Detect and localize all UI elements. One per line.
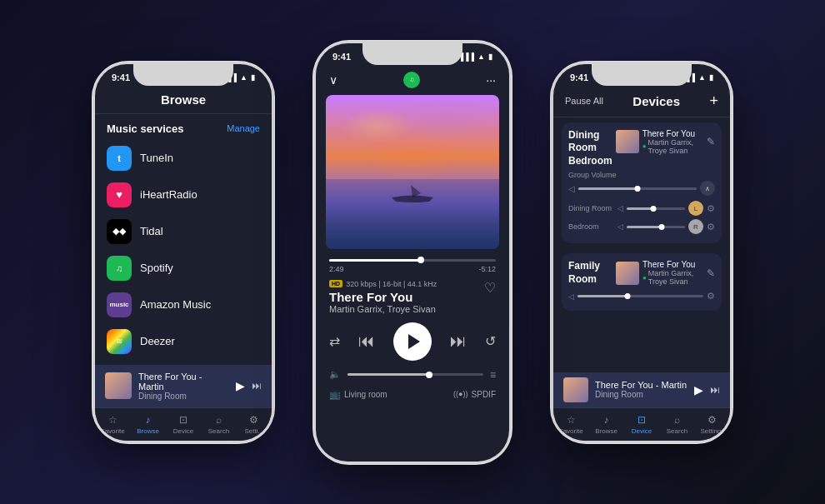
chevron-down-icon[interactable] — [329, 73, 338, 87]
tab-settings-left[interactable]: ⚙ Setti... — [237, 408, 272, 441]
service-item-iheart[interactable]: ♥ iHeartRadio — [95, 177, 272, 213]
center-notch — [362, 43, 462, 65]
family-vol-fill — [578, 295, 628, 297]
favorite-tab-icon-right: ☆ — [567, 414, 576, 426]
footer-spdif: ((●)) SPDIF — [453, 390, 496, 399]
previous-button[interactable]: ⏮ — [358, 332, 375, 351]
spdif-icon: ((●)) — [453, 390, 468, 398]
mini-player-right[interactable]: There For You - Martin Dining Room ▶ ⏭ — [553, 372, 730, 407]
wifi-icon: ▲ — [240, 73, 248, 82]
favorite-tab-icon: ☆ — [108, 414, 118, 426]
left-phone-screen: 9:41 ▐▐▐ ▲ ▮ Browse Music services Man — [95, 64, 272, 441]
dining-room-label: Dining Room — [568, 204, 614, 212]
service-item-tidal[interactable]: ◆◆ Tidal — [95, 213, 272, 250]
tab-browse-right[interactable]: ♪ Browse — [588, 408, 623, 441]
bedroom-vol-slider[interactable] — [627, 226, 685, 228]
service-item-tunein[interactable]: t TuneIn — [95, 140, 272, 177]
volume-dot — [426, 372, 432, 378]
browse-title: Browse — [161, 92, 206, 107]
service-item-spotify[interactable]: ♫ Spotify — [95, 250, 272, 287]
mini-title-left: There For You - Martin — [138, 372, 229, 392]
tab-bar-left: ☆ Favorite ♪ Browse ⊡ Device ⌕ Search — [95, 407, 272, 441]
mini-player-left[interactable]: There For You - Martin Dining Room ▶ ⏭ — [95, 365, 272, 407]
group-volume-slider[interactable] — [578, 187, 697, 190]
devices-title: Devices — [632, 94, 680, 108]
group-vol-low-icon: ◁ — [568, 184, 575, 193]
next-button[interactable]: ⏭ — [450, 332, 467, 351]
volume-slider[interactable] — [348, 373, 483, 376]
family-vol-slider[interactable] — [578, 295, 703, 297]
tab-browse-left[interactable]: ♪ Browse — [130, 408, 165, 441]
group-edit-icon-2[interactable]: ✎ — [707, 267, 715, 279]
service-item-amazon[interactable]: music Amazon Music — [95, 287, 272, 323]
center-phone: 9:41 ▐▐▐ ▲ ▮ ♫ — [312, 40, 512, 465]
wifi-icon-center: ▲ — [478, 52, 485, 61]
mini-next-icon[interactable]: ⏭ — [252, 380, 262, 392]
shuffle-button[interactable]: ⇄ — [329, 333, 340, 349]
device-tab-icon-right: ⊡ — [638, 414, 646, 426]
progress-bar[interactable] — [329, 259, 496, 262]
battery-icon-right: ▮ — [709, 73, 713, 82]
repeat-button[interactable]: ↺ — [485, 333, 496, 349]
expand-button[interactable]: ∧ — [700, 181, 715, 196]
time-current: 2:49 — [329, 265, 344, 273]
group-header-2: Family Room There For You ● Martin Garri… — [568, 260, 715, 286]
more-icon[interactable] — [486, 73, 496, 87]
battery-icon-center: ▮ — [488, 52, 492, 61]
favorite-tab-label: Favorite — [101, 427, 125, 435]
volume-list-icon[interactable]: ≡ — [490, 369, 496, 381]
mini-next-icon-right[interactable]: ⏭ — [710, 384, 720, 396]
add-device-button[interactable]: + — [709, 92, 718, 110]
tab-favorite-right[interactable]: ☆ Favorite — [553, 408, 588, 441]
album-art — [326, 95, 499, 249]
volume-low-icon: 🔈 — [329, 369, 341, 380]
play-button[interactable] — [393, 322, 432, 361]
bedroom-label: Bedroom — [568, 222, 614, 231]
tab-search-left[interactable]: ⌕ Search — [201, 408, 236, 441]
pause-all-button[interactable]: Pause All — [565, 96, 603, 106]
devices-header: Pause All Devices + — [553, 87, 730, 117]
device-tab-label-right: Device — [632, 427, 652, 435]
bitrate-info: 320 kbps | 16-bit | 44.1 kHz — [346, 280, 437, 288]
heart-icon[interactable]: ♡ — [484, 280, 496, 296]
group-header-right-1: There For You ● Martin Garrix, Troye Siv… — [616, 129, 715, 155]
devices-screen: 9:41 ▐▐▐ ▲ ▮ Pause All Devices + — [553, 64, 730, 441]
mini-play-icon[interactable]: ▶ — [236, 379, 245, 392]
tab-device-right[interactable]: ⊡ Device — [624, 408, 659, 441]
group-name-2: Family Room — [568, 260, 616, 286]
mini-album-art-left — [105, 372, 132, 399]
footer-room: 📺 Living room — [329, 389, 388, 400]
device-tab-label: Device — [173, 427, 193, 435]
deezer-label: Deezer — [140, 335, 175, 347]
browse-header: Browse — [95, 87, 272, 114]
player-footer: 📺 Living room ((●)) SPDIF — [316, 384, 509, 405]
service-item-deezer[interactable]: ≋ Deezer — [95, 323, 272, 360]
manage-button[interactable]: Manage — [227, 123, 260, 133]
dining-vol-slider[interactable] — [627, 207, 685, 210]
group-track-1: There For You — [642, 129, 703, 138]
tab-favorite-left[interactable]: ☆ Favorite — [95, 408, 130, 441]
tab-device-left[interactable]: ⊡ Device — [166, 408, 201, 441]
group-volume-row: ◁ ∧ — [568, 181, 715, 196]
progress-fill — [329, 259, 421, 262]
spdif-label: SPDIF — [472, 390, 496, 399]
mini-album-art-right — [563, 377, 588, 402]
search-tab-icon: ⌕ — [216, 414, 222, 426]
iheart-label: iHeartRadio — [140, 188, 198, 201]
dining-settings-icon[interactable]: ⚙ — [707, 203, 715, 214]
mini-play-icon-right[interactable]: ▶ — [694, 383, 703, 397]
bedroom-badge: R — [688, 219, 703, 234]
group-name-area-2: Family Room — [568, 260, 616, 286]
group-edit-icon-1[interactable]: ✎ — [707, 136, 715, 147]
mini-title-right: There For You - Martin — [595, 380, 688, 390]
settings-tab-icon-right: ⚙ — [708, 414, 717, 426]
bedroom-settings-icon[interactable]: ⚙ — [707, 222, 715, 232]
group-name-area-1: Dining RoomBedroom — [568, 129, 616, 168]
family-settings-icon[interactable]: ⚙ — [707, 291, 715, 302]
room-label: Living room — [344, 390, 388, 399]
device-group-family: Family Room There For You ● Martin Garri… — [562, 253, 722, 311]
browse-tab-label-right: Browse — [595, 427, 618, 435]
tab-settings-right[interactable]: ⚙ Settings — [695, 408, 730, 441]
tab-search-right[interactable]: ⌕ Search — [659, 408, 694, 441]
dining-vol-dot — [650, 206, 656, 212]
